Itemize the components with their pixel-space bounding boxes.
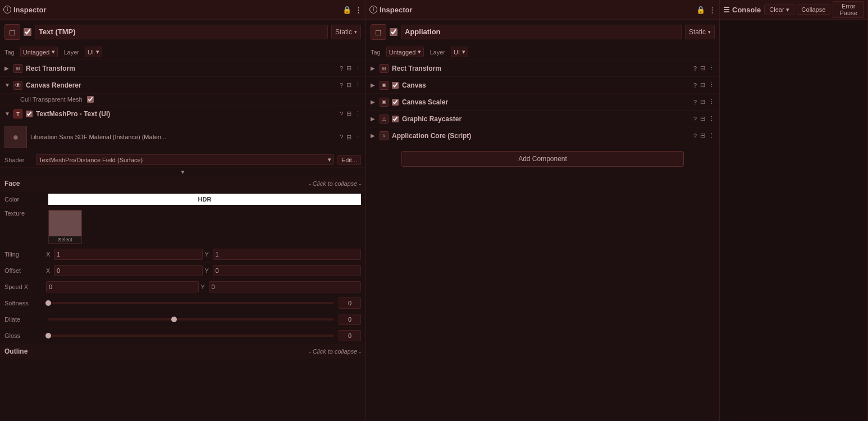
middle-app-core-settings[interactable]: ⊟ xyxy=(700,132,705,139)
middle-rect-help[interactable]: ? xyxy=(693,65,697,72)
middle-component-rect-transform[interactable]: ▶ ⊞ Rect Transform ? ⊟ ⋮ xyxy=(366,60,719,77)
middle-component-app-core[interactable]: ▶ # Application Core (Script) ? ⊟ ⋮ xyxy=(366,127,719,144)
left-tag-select[interactable]: Untagged ▾ xyxy=(20,47,58,57)
rect-transform-expand[interactable]: ▶ xyxy=(4,65,10,71)
component-row-canvas-renderer[interactable]: ▼ 👁 Canvas Renderer ? ⊟ ⋮ xyxy=(0,77,366,94)
middle-canvas-help[interactable]: ? xyxy=(693,82,697,89)
middle-component-graphic-raycaster[interactable]: ▶ △ Graphic Raycaster ? ⊟ ⋮ xyxy=(366,111,719,127)
face-tiling-x-input[interactable]: 1 xyxy=(54,249,203,260)
face-gloss-value: 0 xyxy=(339,330,361,341)
middle-canvas-settings[interactable]: ⊟ xyxy=(700,81,705,89)
face-texture-preview[interactable]: Select xyxy=(48,210,82,244)
middle-raycaster-dots[interactable]: ⋮ xyxy=(709,115,715,122)
face-tiling-y-input[interactable]: 1 xyxy=(213,249,362,260)
left-dots-icon[interactable]: ⋮ xyxy=(355,6,362,14)
middle-canvas-expand[interactable]: ▶ xyxy=(371,82,376,88)
left-inspector-panel: i Inspector 🔒 ⋮ ◻ Text (TMP) Static ▾ Ta… xyxy=(0,0,366,421)
shader-label: Shader xyxy=(4,157,33,163)
face-offset-y-input[interactable]: 0 xyxy=(213,265,362,276)
tmp-dots-icon[interactable]: ⋮ xyxy=(355,110,361,117)
face-color-label: Color xyxy=(4,196,44,203)
middle-rect-settings[interactable]: ⊟ xyxy=(700,65,705,72)
tmp-material-dots-icon[interactable]: ⋮ xyxy=(355,134,361,141)
add-component-button[interactable]: Add Component xyxy=(401,151,684,167)
middle-canvas-checkbox[interactable] xyxy=(392,82,399,89)
middle-lock-icon[interactable]: 🔒 xyxy=(696,6,705,14)
middle-raycaster-actions: ? ⊟ ⋮ xyxy=(693,115,715,122)
canvas-renderer-expand[interactable]: ▼ xyxy=(4,82,10,88)
left-object-name-input[interactable]: Text (TMP) xyxy=(35,25,328,39)
face-speed-x-input[interactable]: 0 xyxy=(46,281,199,292)
tmp-bottom-arrow[interactable]: ▼ xyxy=(0,168,366,176)
middle-tag-select[interactable]: Untagged ▾ xyxy=(386,47,424,57)
middle-object-active-checkbox[interactable] xyxy=(390,28,398,36)
middle-raycaster-settings[interactable]: ⊟ xyxy=(700,115,705,122)
middle-rect-dots[interactable]: ⋮ xyxy=(709,65,715,72)
component-row-textmeshpro[interactable]: ▼ T TextMeshPro - Text (UI) ? ⊟ ⋮ xyxy=(0,106,366,122)
middle-canvas-scaler-dots[interactable]: ⋮ xyxy=(709,98,715,106)
left-object-active-checkbox[interactable] xyxy=(24,28,31,36)
tmp-expand[interactable]: ▼ xyxy=(4,111,10,117)
canvas-renderer-dots-icon[interactable]: ⋮ xyxy=(355,81,361,89)
clear-button[interactable]: Clear ▾ xyxy=(764,4,794,15)
middle-layer-arrow: ▾ xyxy=(462,48,465,56)
middle-canvas-scaler-expand[interactable]: ▶ xyxy=(371,99,376,105)
middle-static-button[interactable]: Static ▾ xyxy=(685,25,715,39)
middle-raycaster-expand[interactable]: ▶ xyxy=(371,116,376,122)
middle-canvas-scaler-checkbox[interactable] xyxy=(392,99,399,106)
rect-transform-settings-icon[interactable]: ⊟ xyxy=(346,65,351,72)
console-buttons: Clear ▾ Collapse Error Pause xyxy=(764,1,864,18)
face-speed-y-input[interactable]: 0 xyxy=(209,281,362,292)
collapse-button[interactable]: Collapse xyxy=(797,4,831,15)
left-lock-icon[interactable]: 🔒 xyxy=(342,6,351,14)
middle-canvas-scaler-help[interactable]: ? xyxy=(693,99,697,106)
console-header: ☰ Console Clear ▾ Collapse Error Pause xyxy=(720,0,867,20)
face-offset-y-label: Y xyxy=(205,267,211,274)
middle-layer-select[interactable]: UI ▾ xyxy=(451,47,468,57)
shader-select[interactable]: TextMeshPro/Distance Field (Surface) ▾ xyxy=(36,154,334,165)
shader-edit-button[interactable]: Edit... xyxy=(337,155,361,165)
canvas-renderer-settings-icon[interactable]: ⊟ xyxy=(346,81,351,89)
outline-collapse-text[interactable]: - Click to collapse - xyxy=(309,348,361,355)
left-layer-select[interactable]: UI ▾ xyxy=(85,47,102,57)
clear-dropdown-arrow[interactable]: ▾ xyxy=(786,6,789,13)
face-color-hdr[interactable]: HDR xyxy=(48,194,361,205)
middle-header-icons: 🔒 ⋮ xyxy=(696,6,716,14)
middle-component-canvas-scaler[interactable]: ▶ ▣ Canvas Scaler ? ⊟ ⋮ xyxy=(366,94,719,111)
middle-dots-icon[interactable]: ⋮ xyxy=(709,6,716,14)
middle-app-core-expand[interactable]: ▶ xyxy=(371,132,376,139)
tmp-settings-icon[interactable]: ⊟ xyxy=(346,110,351,117)
middle-raycaster-checkbox[interactable] xyxy=(392,116,399,122)
middle-canvas-dots[interactable]: ⋮ xyxy=(709,81,715,89)
rect-transform-dots-icon[interactable]: ⋮ xyxy=(355,65,361,72)
tmp-checkbox[interactable] xyxy=(26,111,33,117)
left-static-label: Static xyxy=(335,28,352,36)
left-static-button[interactable]: Static ▾ xyxy=(331,25,361,39)
tmp-material-help-icon[interactable]: ? xyxy=(340,134,343,140)
tmp-help-icon[interactable]: ? xyxy=(340,111,343,117)
error-pause-button[interactable]: Error Pause xyxy=(833,1,864,18)
face-offset-x-input[interactable]: 0 xyxy=(54,265,203,276)
face-color-field[interactable]: HDR xyxy=(48,194,361,205)
middle-app-core-help[interactable]: ? xyxy=(693,132,697,139)
component-row-rect-transform[interactable]: ▶ ⊞ Rect Transform ? ⊟ ⋮ xyxy=(0,60,366,77)
face-collapse-text[interactable]: - Click to collapse - xyxy=(309,180,361,187)
middle-raycaster-help[interactable]: ? xyxy=(693,116,697,122)
face-speed-row: Speed X 0 Y 0 xyxy=(0,279,366,295)
middle-object-name-input[interactable]: Appliation xyxy=(401,25,682,39)
middle-canvas-scaler-settings[interactable]: ⊟ xyxy=(700,98,705,106)
canvas-renderer-help-icon[interactable]: ? xyxy=(340,82,343,89)
face-softness-slider[interactable] xyxy=(48,302,334,304)
middle-app-core-dots[interactable]: ⋮ xyxy=(709,132,715,139)
cull-checkbox[interactable] xyxy=(87,96,94,103)
middle-component-canvas[interactable]: ▶ ▣ Canvas ? ⊟ ⋮ xyxy=(366,77,719,94)
middle-rect-expand[interactable]: ▶ xyxy=(371,65,376,71)
face-section: Face - Click to collapse - Color HDR Tex… xyxy=(0,176,366,344)
face-gloss-slider[interactable] xyxy=(48,335,334,337)
middle-tag-value: Untagged xyxy=(389,49,416,56)
tmp-material-preview: ● xyxy=(4,126,27,148)
face-dilate-slider[interactable] xyxy=(48,318,334,321)
console-panel: ☰ Console Clear ▾ Collapse Error Pause xyxy=(720,0,868,421)
rect-transform-help-icon[interactable]: ? xyxy=(340,65,343,72)
tmp-material-settings-icon[interactable]: ⊟ xyxy=(346,134,351,141)
